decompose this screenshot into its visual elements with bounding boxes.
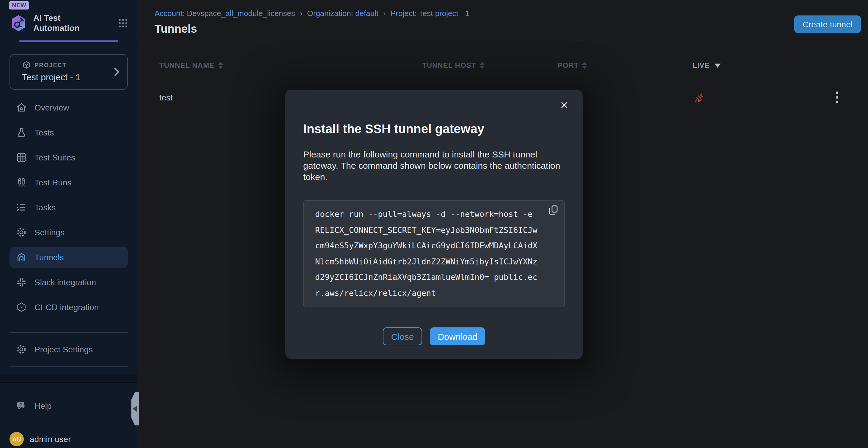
grid-icon [16,152,27,163]
tunnel-icon [16,252,27,263]
sidebar-divider [9,332,128,333]
close-icon[interactable]: ✕ [560,100,569,110]
app-title: AI Test Automation [33,13,110,33]
modal-description: Please run the following command to inst… [303,149,565,183]
user-menu[interactable]: AU admin user [9,432,128,446]
sidebar-item-cicd-integration[interactable]: ∞ CI-CD integration [9,296,128,318]
app-root: NEW AI Test Automation [0,0,868,448]
download-button[interactable]: Download [430,327,485,345]
command-line: d29yZCI6ICJnZnRiaXVqb3Z1amlueWlmIn0= pub… [315,269,554,285]
svg-text:∞: ∞ [19,304,24,310]
avatar: AU [9,432,24,446]
command-code-block: docker run --pull=always -d --network=ho… [303,200,565,307]
help-chat-icon: ? [16,401,27,411]
cube-icon [22,61,31,69]
row-menu-button[interactable] [835,90,839,104]
disconnected-plug-icon [694,92,704,102]
modal-title: Install the SSH tunnel gateway [303,122,565,136]
sidebar-item-tasks[interactable]: Tasks [9,197,128,218]
close-button[interactable]: Close [383,327,423,345]
sort-icons [479,62,484,69]
breadcrumb: Account: Devspace_all_module_licenses›Or… [155,9,469,18]
column-header-tunnel-name[interactable]: TUNNEL NAME [159,51,223,80]
breadcrumb-account[interactable]: Account: Devspace_all_module_licenses [155,9,295,18]
user-name: admin user [30,434,71,444]
sort-desc-icon [714,63,720,67]
sidebar-item-tests[interactable]: Tests [9,122,128,143]
cicd-icon: ∞ [16,302,27,313]
copy-icon[interactable] [549,205,558,215]
slack-icon [16,277,27,288]
command-line: r.aws/relicx/relicx/agent [315,285,554,301]
sidebar: NEW AI Test Automation [0,0,137,448]
project-selector[interactable]: PROJECT Test project - 1 [9,54,128,90]
new-badge: NEW [9,1,29,9]
command-line: Nlcm5hbWUiOiAidGtrb2JldnZ2ZWNiYm5ibyIsIC… [315,253,554,269]
project-label: PROJECT [34,62,67,68]
command-line: RELICX_CONNECT_SECRET_KEY=eyJob3N0bmFtZS… [315,222,554,238]
sidebar-footer-separator [0,375,137,383]
collapse-arrow-icon [132,406,137,412]
sidebar-item-test-suites[interactable]: Test Suites [9,147,128,168]
columns-icon [16,177,27,188]
apps-grid-icon[interactable] [118,19,128,28]
flask-icon [16,127,27,138]
list-icon [16,202,27,213]
svg-text:?: ? [19,402,22,407]
sidebar-header: NEW AI Test Automation [0,0,137,42]
sidebar-nav: Overview Tests Test Suites Test Runs [0,97,137,318]
breadcrumb-organization[interactable]: Organization: default [307,9,378,18]
command-line: docker run --pull=always -d --network=ho… [315,206,554,222]
brand-underline [19,40,118,42]
column-header-port[interactable]: PORT [558,51,587,80]
install-ssh-gateway-modal: ✕ Install the SSH tunnel gateway Please … [285,90,583,359]
table-header: TUNNEL NAME TUNNEL HOST PORT LIVE [137,51,868,80]
home-icon [16,102,27,113]
app-logo-icon [9,14,27,32]
command-line: cm94eS5yZWxpY3guYWkiLCAicG9ydCI6IDEwMDAy… [315,238,554,253]
sidebar-item-tunnels[interactable]: Tunnels [9,247,128,268]
sidebar-item-help[interactable]: ? Help [9,395,128,417]
sidebar-footer: ? Help AU admin user [0,383,137,446]
sort-icons [582,62,587,69]
sidebar-divider [9,366,128,366]
sidebar-item-overview[interactable]: Overview [9,97,128,118]
create-tunnel-button[interactable]: Create tunnel [794,15,861,33]
column-header-live[interactable]: LIVE [693,51,720,80]
gear-icon [16,227,27,238]
sidebar-collapse-handle[interactable] [131,392,139,425]
sidebar-item-test-runs[interactable]: Test Runs [9,172,128,193]
project-value: Test project - 1 [22,72,119,82]
sidebar-item-settings[interactable]: Settings [9,222,128,243]
gear-icon [16,344,27,355]
sort-icons [218,62,223,69]
cell-tunnel-name: test [159,80,173,115]
sidebar-item-project-settings[interactable]: Project Settings [9,339,128,360]
column-header-tunnel-host[interactable]: TUNNEL HOST [422,51,484,80]
modal-actions: Close Download [303,327,565,345]
page-title: Tunnels [155,23,197,36]
sidebar-item-slack-integration[interactable]: Slack integration [9,271,128,293]
breadcrumb-project[interactable]: Project: Test project - 1 [391,9,469,18]
header-divider [137,40,868,40]
chevron-right-icon [114,68,120,76]
cell-live-status [694,80,704,115]
